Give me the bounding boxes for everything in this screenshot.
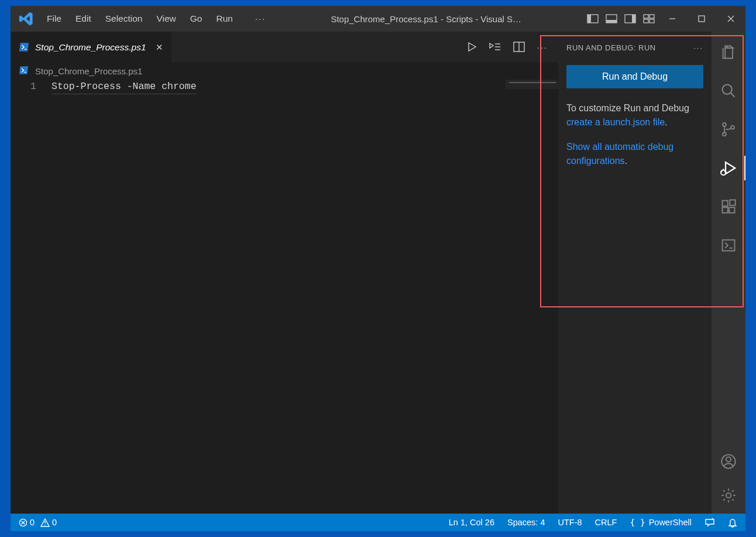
svg-rect-5 [632, 15, 635, 23]
extensions-icon[interactable] [720, 198, 737, 216]
code-line: Stop-Process -Name chrome [51, 80, 558, 514]
svg-rect-28 [723, 201, 728, 206]
powershell-extension-icon[interactable] [720, 237, 737, 254]
search-icon[interactable] [720, 82, 737, 100]
svg-rect-1 [587, 15, 591, 23]
status-feedback-icon[interactable] [705, 518, 715, 527]
panel-more-actions-icon[interactable]: ··· [693, 43, 703, 52]
window-minimize-icon[interactable] [658, 6, 687, 32]
svg-rect-7 [650, 15, 654, 18]
svg-rect-9 [650, 19, 654, 23]
svg-point-19 [723, 85, 732, 94]
run-and-debug-icon[interactable] [720, 159, 737, 177]
status-errors[interactable]: 0 [19, 518, 35, 527]
status-bar: 0 0 Ln 1, Col 26 Spaces: 4 UTF-8 CRLF { … [11, 514, 745, 531]
menu-go[interactable]: Go [190, 13, 202, 24]
editor-actions: ··· [466, 32, 558, 62]
editor-tab[interactable]: Stop_Chrome_Process.ps1 ✕ [11, 32, 171, 62]
breadcrumb-file: Stop_Chrome_Process.ps1 [35, 66, 142, 76]
customize-text: To customize Run and Debug create a laun… [566, 101, 703, 129]
vscode-logo-icon [18, 10, 35, 28]
powershell-file-icon [19, 43, 29, 52]
editor-tab-label: Stop_Chrome_Process.ps1 [35, 42, 146, 53]
customize-layout-icon[interactable] [642, 13, 655, 24]
status-ln-col[interactable]: Ln 1, Col 26 [449, 518, 494, 527]
editor-area: Stop_Chrome_Process.ps1 ✕ ··· Stop_Chrom… [11, 32, 558, 514]
minimap[interactable] [506, 80, 558, 514]
status-encoding[interactable]: UTF-8 [558, 518, 582, 527]
toggle-secondary-sidebar-icon[interactable] [624, 13, 637, 24]
svg-line-26 [721, 171, 723, 172]
run-and-debug-button[interactable]: Run and Debug [566, 65, 703, 88]
window-close-icon[interactable] [716, 6, 745, 32]
code-editor[interactable]: 1 Stop-Process -Name chrome [11, 80, 558, 514]
svg-point-35 [726, 493, 731, 498]
svg-rect-3 [606, 20, 617, 23]
create-launch-json-link[interactable]: create a launch.json file [566, 117, 665, 127]
menu-edit[interactable]: Edit [75, 13, 91, 24]
show-all-configs-link[interactable]: Show all automatic debug configurations [566, 142, 673, 166]
svg-rect-6 [644, 15, 648, 18]
editor-more-actions-icon[interactable]: ··· [537, 42, 548, 52]
svg-point-34 [726, 457, 731, 461]
run-and-debug-panel: RUN AND DEBUG: RUN ··· Run and Debug To … [558, 32, 712, 514]
line-number: 1 [11, 80, 51, 514]
show-configs-text: Show all automatic debug configurations. [566, 140, 703, 168]
powershell-file-icon [19, 66, 29, 76]
menu-file[interactable]: File [47, 13, 61, 24]
menu-run[interactable]: Run [216, 13, 232, 24]
editor-tab-bar: Stop_Chrome_Process.ps1 ✕ ··· [11, 32, 558, 62]
status-language[interactable]: { }PowerShell [630, 518, 692, 527]
menu-bar: File Edit Selection View Go Run ··· [44, 13, 266, 24]
breadcrumb[interactable]: Stop_Chrome_Process.ps1 [11, 62, 558, 80]
window-maximize-icon[interactable] [687, 6, 716, 32]
panel-header-title: RUN AND DEBUG: RUN [566, 43, 656, 52]
panel-header: RUN AND DEBUG: RUN ··· [566, 43, 703, 52]
svg-rect-29 [723, 207, 728, 213]
accounts-icon[interactable] [720, 453, 737, 470]
tab-close-icon[interactable]: ✕ [156, 42, 163, 53]
split-editor-icon[interactable] [513, 42, 525, 52]
svg-rect-31 [730, 200, 735, 205]
svg-point-22 [723, 132, 726, 136]
window-title: Stop_Chrome_Process.ps1 - Scripts - Visu… [266, 14, 586, 24]
status-notifications-icon[interactable] [728, 518, 737, 528]
menu-view[interactable]: View [156, 13, 176, 24]
status-eol[interactable]: CRLF [595, 518, 617, 527]
source-control-icon[interactable] [720, 121, 737, 138]
title-bar: File Edit Selection View Go Run ··· Stop… [11, 6, 745, 32]
menu-selection[interactable]: Selection [105, 13, 143, 24]
svg-point-40 [44, 524, 46, 525]
svg-line-20 [731, 93, 735, 97]
layout-controls [586, 13, 655, 24]
toggle-panel-icon[interactable] [605, 13, 618, 24]
menu-overflow-icon[interactable]: ··· [255, 13, 266, 24]
settings-gear-icon[interactable] [720, 487, 737, 504]
activity-bar [712, 32, 745, 514]
run-file-icon[interactable] [466, 42, 477, 52]
svg-point-21 [723, 123, 726, 126]
toggle-primary-sidebar-icon[interactable] [586, 13, 599, 24]
svg-rect-11 [699, 16, 705, 22]
svg-rect-8 [644, 19, 648, 23]
status-warnings[interactable]: 0 [40, 518, 57, 527]
svg-rect-30 [729, 207, 734, 213]
svg-line-27 [724, 171, 726, 172]
main-area: Stop_Chrome_Process.ps1 ✕ ··· Stop_Chrom… [11, 32, 745, 514]
run-selection-icon[interactable] [489, 42, 501, 52]
explorer-icon[interactable] [720, 43, 737, 61]
status-spaces[interactable]: Spaces: 4 [507, 518, 545, 527]
